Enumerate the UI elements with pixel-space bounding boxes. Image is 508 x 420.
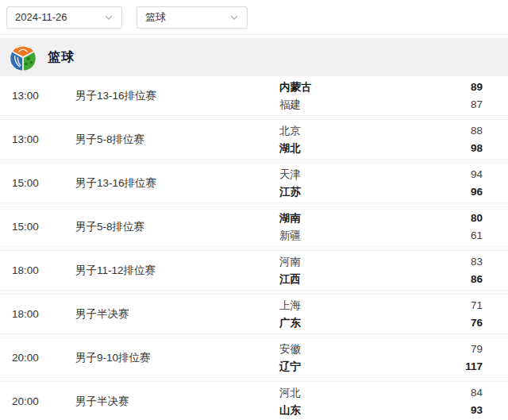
match-teams: 内蒙古 89 福建 87 [279,79,483,114]
team-score: 89 [471,79,483,96]
match-row[interactable]: 15:00 男子13-16排位赛 天津 94 江苏 96 [0,164,508,202]
team-score: 76 [471,314,483,332]
match-time: 18:00 [12,264,75,276]
team-line-2: 江苏 96 [279,183,483,201]
match-row[interactable]: 18:00 男子半决赛 上海 71 广东 76 [0,295,508,333]
match-time: 15:00 [12,177,75,189]
sport-select-value: 篮球 [145,10,166,25]
match-teams: 北京 88 湖北 98 [279,122,483,157]
team-score: 94 [471,166,483,183]
team-name: 安徽 [279,341,301,358]
team-line-1: 内蒙古 89 [279,79,483,96]
team-name: 广东 [279,314,301,332]
team-name: 内蒙古 [279,79,312,96]
team-line-2: 山东 93 [279,402,483,419]
match-row[interactable]: 18:00 男子11-12排位赛 河南 83 江西 86 [0,251,508,290]
sport-select[interactable]: 篮球 [137,6,248,29]
match-event: 男子5-8排位赛 [75,133,279,147]
multi-sport-ball-logo-icon [8,42,38,72]
team-score: 98 [471,140,483,157]
match-time: 13:00 [12,133,75,145]
match-teams: 河北 84 山东 93 [279,384,483,419]
team-line-2: 福建 87 [279,96,483,114]
match-time: 13:00 [12,90,75,102]
team-name: 湖北 [279,140,301,157]
match-row[interactable]: 20:00 男子半决赛 河北 84 山东 93 [0,382,508,420]
team-name: 新疆 [279,227,301,245]
team-line-1: 上海 71 [279,297,483,314]
team-line-1: 河南 83 [279,253,483,271]
match-teams: 天津 94 江苏 96 [279,166,483,201]
sport-section-header: 篮球 [0,38,508,76]
match-teams: 安徽 79 辽宁 117 [279,341,483,376]
match-event: 男子5-8排位赛 [75,220,279,234]
team-line-1: 天津 94 [279,166,483,183]
team-line-1: 安徽 79 [279,341,483,358]
match-row[interactable]: 13:00 男子5-8排位赛 北京 88 湖北 98 [0,120,508,159]
team-line-2: 广东 76 [279,314,483,332]
match-event: 男子13-16排位赛 [75,176,279,191]
team-score: 80 [471,210,483,227]
team-line-2: 江西 86 [279,271,483,288]
team-name: 辽宁 [279,358,301,376]
filter-bar: 2024-11-26 篮球 [0,0,508,35]
team-score: 83 [471,253,483,271]
date-select[interactable]: 2024-11-26 [6,6,122,29]
match-list: 13:00 男子13-16排位赛 内蒙古 89 福建 87 13:00 [0,76,508,420]
match-row[interactable]: 20:00 男子9-10排位赛 安徽 79 辽宁 117 [0,338,508,377]
team-name: 江西 [279,271,301,288]
team-name: 福建 [279,96,301,114]
section-title: 篮球 [48,49,75,66]
schedule-page: 2024-11-26 篮球 篮球 13:00 [0,0,508,420]
match-event: 男子半决赛 [75,307,279,322]
match-teams: 上海 71 广东 76 [279,297,483,332]
team-line-1: 河北 84 [279,384,483,402]
match-time: 20:00 [12,352,75,364]
match-event: 男子9-10排位赛 [75,351,279,365]
team-score: 93 [471,402,483,419]
team-name: 北京 [279,122,301,140]
team-name: 天津 [279,166,301,183]
match-time: 15:00 [12,221,75,233]
match-row[interactable]: 13:00 男子13-16排位赛 内蒙古 89 福建 87 [0,76,508,115]
team-score: 71 [471,297,483,314]
chevron-down-icon [229,13,239,22]
match-event: 男子半决赛 [75,395,279,409]
chevron-down-icon [104,13,114,22]
date-select-value: 2024-11-26 [15,11,67,23]
team-name: 河北 [279,384,301,402]
team-score: 88 [471,122,483,140]
team-name: 上海 [279,297,301,314]
team-score: 79 [471,341,483,358]
team-score: 117 [465,358,483,376]
team-score: 96 [471,183,483,201]
team-line-2: 湖北 98 [279,140,483,157]
match-row[interactable]: 15:00 男子5-8排位赛 湖南 80 新疆 61 [0,207,508,246]
team-name: 河南 [279,253,301,271]
team-line-2: 新疆 61 [279,227,483,245]
match-event: 男子13-16排位赛 [75,89,279,103]
team-name: 山东 [279,402,301,419]
team-score: 87 [471,96,483,114]
team-name: 湖南 [279,210,301,227]
match-event: 男子11-12排位赛 [75,264,279,278]
match-time: 20:00 [12,395,75,407]
team-score: 84 [471,384,483,402]
team-line-2: 辽宁 117 [279,358,483,376]
team-line-1: 湖南 80 [279,210,483,227]
team-name: 江苏 [279,183,301,201]
team-score: 86 [471,271,483,288]
match-teams: 湖南 80 新疆 61 [279,210,483,245]
match-time: 18:00 [12,308,75,320]
team-score: 61 [471,227,483,245]
team-line-1: 北京 88 [279,122,483,140]
match-teams: 河南 83 江西 86 [279,253,483,288]
